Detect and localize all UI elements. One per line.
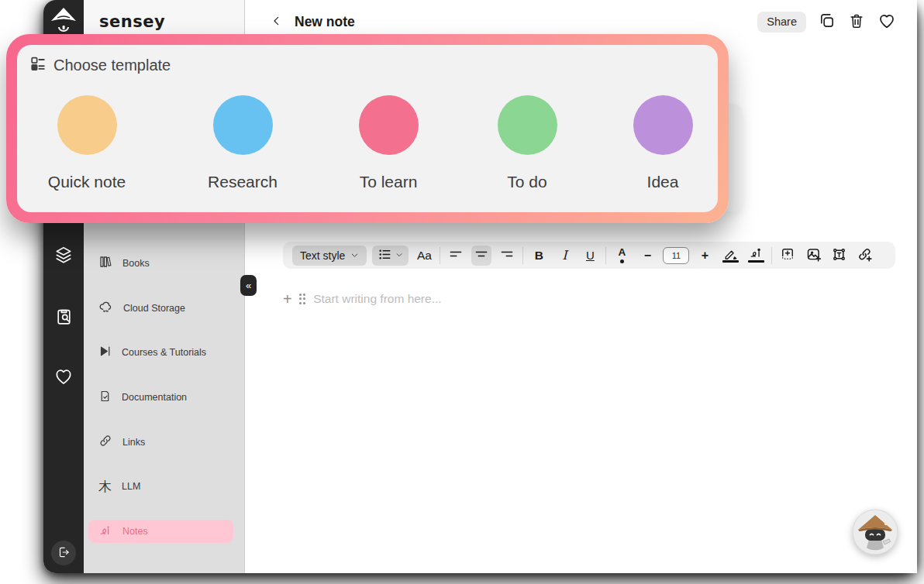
- text-style-dropdown[interactable]: Text style: [292, 246, 367, 266]
- align-left-button[interactable]: [446, 246, 466, 266]
- books-icon: [98, 255, 112, 271]
- favorites-button[interactable]: [51, 365, 76, 390]
- italic-button[interactable]: I: [554, 246, 574, 266]
- signature-button[interactable]: [746, 246, 766, 266]
- template-to-learn[interactable]: To learn: [326, 95, 450, 191]
- back-button[interactable]: [267, 12, 287, 32]
- bold-button[interactable]: B: [529, 246, 549, 266]
- sensey-hat-logo-icon: [47, 4, 81, 35]
- template-label: To do: [507, 173, 546, 191]
- bulleted-list-icon: [378, 247, 392, 264]
- cloud-icon: [98, 300, 113, 317]
- template-circle: [498, 95, 557, 155]
- add-block-button[interactable]: +: [283, 291, 292, 307]
- sidebar-item-label: LLM: [122, 481, 140, 492]
- sidebar-item-links[interactable]: Links: [88, 420, 233, 465]
- decrease-font-button[interactable]: −: [637, 246, 657, 266]
- insert-image-button[interactable]: [803, 246, 823, 266]
- align-right-button[interactable]: [497, 246, 517, 266]
- insert-frame-button[interactable]: [777, 246, 798, 266]
- chevron-down-icon: [395, 249, 403, 261]
- text-color-icon: A: [618, 247, 626, 263]
- align-center-button[interactable]: [471, 246, 491, 266]
- llm-icon: 木: [98, 480, 112, 493]
- layers-icon: [53, 245, 74, 267]
- sidebar-item-label: Documentation: [122, 392, 187, 403]
- duplicate-button[interactable]: [816, 12, 836, 32]
- sidebar-item-documentation[interactable]: Documentation: [88, 375, 233, 420]
- text-frame-icon: [831, 246, 847, 265]
- signature-pen-icon: [748, 248, 764, 263]
- collections-button[interactable]: [51, 243, 76, 268]
- highlighter-icon: [722, 248, 739, 263]
- clipboard-search-icon: [54, 307, 74, 328]
- list-style-dropdown[interactable]: [372, 246, 409, 266]
- sidebar-item-llm[interactable]: 木 LLM: [88, 464, 233, 509]
- sidebar-item-label: Books: [122, 258, 150, 269]
- sidebar-item-cloud-storage[interactable]: Cloud Storage: [88, 286, 233, 331]
- editor-empty-line: + Start writing from here...: [283, 291, 442, 307]
- sidebar-item-label: Links: [122, 437, 145, 448]
- trash-icon: [848, 12, 865, 32]
- review-button[interactable]: [51, 305, 76, 330]
- favorite-button[interactable]: [877, 12, 897, 32]
- insert-link-button[interactable]: [854, 246, 874, 266]
- template-quick-note[interactable]: Quick note: [25, 95, 149, 191]
- modal-title: Choose template: [53, 57, 171, 74]
- toolbar-divider: [605, 247, 606, 264]
- share-button[interactable]: Share: [757, 12, 806, 33]
- assistant-mascot-button[interactable]: [852, 509, 898, 555]
- increase-font-button[interactable]: +: [695, 246, 715, 266]
- template-label: Idea: [647, 173, 679, 191]
- sidebar-item-notes[interactable]: Notes: [88, 520, 233, 543]
- underline-button[interactable]: U: [580, 246, 600, 266]
- editor-placeholder[interactable]: Start writing from here...: [313, 292, 441, 306]
- template-label: Quick note: [48, 173, 126, 191]
- text-color-button[interactable]: A: [612, 246, 632, 266]
- sidebar-item-label: Notes: [122, 526, 148, 537]
- formatting-toolbar: Text style Aa: [283, 242, 895, 269]
- play-next-icon: [98, 345, 112, 360]
- sidebar-nav: Books Cloud Storage Courses & Tutorials: [84, 241, 244, 554]
- sidebar-item-books[interactable]: Books: [88, 241, 233, 286]
- link-icon: [98, 434, 112, 450]
- brand-wordmark: sensey: [99, 12, 165, 31]
- sidebar-item-label: Cloud Storage: [123, 303, 185, 314]
- add-image-icon: [805, 246, 822, 265]
- heart-icon: [53, 366, 74, 389]
- sidebar-item-label: Courses & Tutorials: [122, 347, 206, 358]
- sidebar-collapse-button[interactable]: «: [240, 275, 257, 296]
- align-left-icon: [448, 246, 464, 264]
- template-label: To learn: [360, 173, 418, 191]
- template-circle: [633, 95, 693, 155]
- font-size-input[interactable]: 11: [663, 247, 689, 264]
- template-circle: [57, 95, 117, 155]
- toolbar-divider: [522, 247, 523, 264]
- collapse-chevrons-icon: «: [246, 280, 251, 291]
- sidebar-item-courses-tutorials[interactable]: Courses & Tutorials: [88, 330, 233, 375]
- choose-template-modal: Choose template Quick note Research To l…: [6, 34, 729, 223]
- chevron-left-icon: [271, 15, 283, 29]
- delete-button[interactable]: [846, 12, 867, 32]
- insert-text-frame-button[interactable]: [829, 246, 849, 266]
- app-logo: [43, 4, 84, 35]
- align-center-icon: [474, 246, 489, 264]
- add-frame-icon: [780, 246, 795, 264]
- text-style-label: Text style: [300, 249, 345, 262]
- template-to-do[interactable]: To do: [465, 95, 589, 191]
- copy-icon: [818, 12, 836, 32]
- template-circle: [213, 95, 273, 155]
- template-research[interactable]: Research: [181, 95, 305, 191]
- page-title: New note: [295, 14, 355, 30]
- add-link-icon: [857, 246, 873, 265]
- font-family-button[interactable]: Aa: [414, 246, 434, 266]
- template-layout-icon: [29, 55, 47, 75]
- header-actions: Share: [757, 12, 897, 33]
- template-label: Research: [208, 173, 278, 191]
- drag-handle[interactable]: [299, 294, 307, 305]
- highlighter-button[interactable]: [720, 246, 740, 266]
- modal-title-row: Choose template: [29, 55, 171, 75]
- template-idea[interactable]: Idea: [601, 95, 725, 191]
- toolbar-divider: [771, 247, 772, 264]
- logout-button[interactable]: [51, 541, 76, 565]
